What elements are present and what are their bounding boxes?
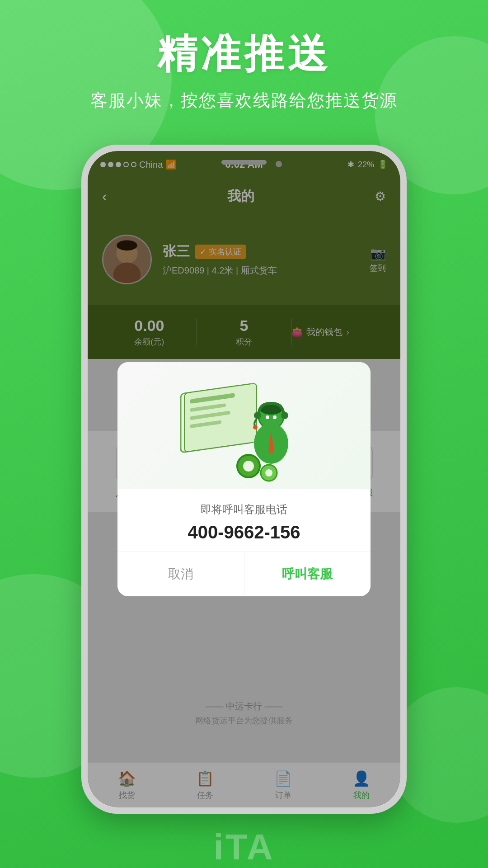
svg-point-20	[243, 461, 254, 472]
modal-phone-number: 400-9662-156	[136, 522, 352, 542]
modal-illustration	[117, 362, 371, 489]
svg-point-18	[253, 425, 258, 429]
customer-service-illustration	[172, 367, 316, 484]
modal-body: 即将呼叫客服电话 400-9662-156	[117, 489, 371, 552]
modal-confirm-button[interactable]: 呼叫客服	[244, 552, 371, 596]
page-header: 精准推送 客服小妹，按您喜欢线路给您推送货源	[0, 27, 488, 112]
phone-frame: China 📶 6:02 AM ✱ 22% 🔋 ‹ 我的 ⚙	[81, 145, 407, 814]
svg-point-22	[265, 469, 272, 476]
page-title: 精准推送	[0, 27, 488, 81]
svg-point-17	[281, 412, 288, 419]
modal-cancel-button[interactable]: 取消	[117, 552, 244, 596]
page-subtitle: 客服小妹，按您喜欢线路给您推送货源	[0, 89, 488, 112]
svg-point-16	[254, 412, 261, 419]
svg-point-13	[273, 415, 277, 419]
phone-inner: China 📶 6:02 AM ✱ 22% 🔋 ‹ 我的 ⚙	[88, 151, 400, 807]
modal-subtitle: 即将呼叫客服电话	[136, 502, 352, 517]
svg-point-12	[266, 415, 269, 419]
modal-actions: 取消 呼叫客服	[117, 552, 371, 596]
modal-dialog: 即将呼叫客服电话 400-9662-156 取消 呼叫客服	[117, 362, 371, 596]
watermark: iTA	[214, 826, 275, 868]
